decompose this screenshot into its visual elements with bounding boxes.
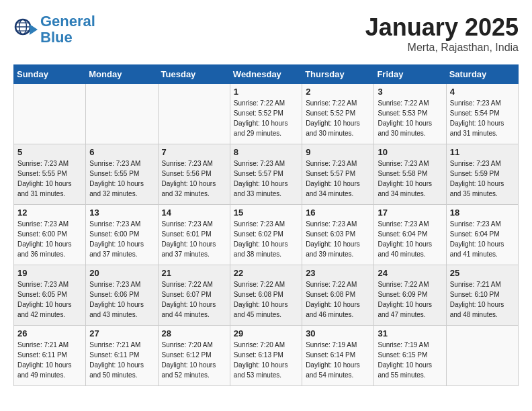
calendar-cell: 2Sunrise: 7:22 AM Sunset: 5:52 PM Daylig…: [302, 84, 374, 144]
day-number: 15: [234, 208, 298, 218]
calendar-cell: 14Sunrise: 7:23 AM Sunset: 6:01 PM Dayli…: [158, 205, 230, 265]
calendar-cell: 20Sunrise: 7:23 AM Sunset: 6:06 PM Dayli…: [86, 265, 158, 326]
calendar-week-row: 19Sunrise: 7:23 AM Sunset: 6:05 PM Dayli…: [14, 265, 519, 326]
day-info: Sunrise: 7:23 AM Sunset: 5:55 PM Dayligh…: [17, 158, 82, 199]
calendar-cell: 5Sunrise: 7:23 AM Sunset: 5:55 PM Daylig…: [14, 144, 86, 205]
day-info: Sunrise: 7:22 AM Sunset: 5:52 PM Dayligh…: [306, 98, 370, 138]
day-number: 7: [162, 147, 226, 157]
day-info: Sunrise: 7:19 AM Sunset: 6:15 PM Dayligh…: [378, 340, 442, 380]
calendar-body: 1Sunrise: 7:22 AM Sunset: 5:52 PM Daylig…: [14, 84, 519, 386]
calendar-cell: 31Sunrise: 7:19 AM Sunset: 6:15 PM Dayli…: [374, 326, 446, 386]
day-info: Sunrise: 7:23 AM Sunset: 5:54 PM Dayligh…: [450, 98, 515, 138]
calendar-cell: 17Sunrise: 7:23 AM Sunset: 6:04 PM Dayli…: [374, 205, 446, 265]
day-number: 24: [378, 268, 442, 278]
calendar-day-header: Saturday: [446, 65, 518, 84]
day-number: 22: [234, 268, 298, 278]
day-number: 30: [306, 328, 370, 338]
day-number: 10: [378, 147, 442, 157]
calendar-cell: 16Sunrise: 7:23 AM Sunset: 6:03 PM Dayli…: [302, 205, 374, 265]
day-info: Sunrise: 7:23 AM Sunset: 6:06 PM Dayligh…: [89, 279, 154, 320]
day-number: 28: [162, 328, 226, 338]
day-info: Sunrise: 7:23 AM Sunset: 6:00 PM Dayligh…: [89, 219, 154, 259]
day-info: Sunrise: 7:22 AM Sunset: 5:53 PM Dayligh…: [378, 98, 442, 138]
calendar-day-header: Tuesday: [158, 65, 230, 84]
calendar-cell: 4Sunrise: 7:23 AM Sunset: 5:54 PM Daylig…: [446, 84, 518, 144]
day-info: Sunrise: 7:20 AM Sunset: 6:12 PM Dayligh…: [162, 340, 226, 380]
calendar-cell: 15Sunrise: 7:23 AM Sunset: 6:02 PM Dayli…: [230, 205, 302, 265]
day-info: Sunrise: 7:23 AM Sunset: 6:02 PM Dayligh…: [234, 219, 298, 259]
day-info: Sunrise: 7:23 AM Sunset: 6:04 PM Dayligh…: [378, 219, 442, 259]
day-number: 26: [17, 328, 82, 338]
calendar-table: SundayMondayTuesdayWednesdayThursdayFrid…: [13, 64, 519, 386]
day-info: Sunrise: 7:23 AM Sunset: 6:01 PM Dayligh…: [162, 219, 226, 259]
day-info: Sunrise: 7:22 AM Sunset: 6:07 PM Dayligh…: [162, 279, 226, 320]
calendar-cell: 6Sunrise: 7:23 AM Sunset: 5:55 PM Daylig…: [86, 144, 158, 205]
calendar-cell: 30Sunrise: 7:19 AM Sunset: 6:14 PM Dayli…: [302, 326, 374, 386]
calendar-cell: [14, 84, 86, 144]
day-info: Sunrise: 7:23 AM Sunset: 6:00 PM Dayligh…: [17, 219, 82, 259]
logo-icon: [13, 17, 38, 42]
calendar-cell: 8Sunrise: 7:23 AM Sunset: 5:57 PM Daylig…: [230, 144, 302, 205]
day-info: Sunrise: 7:23 AM Sunset: 5:58 PM Dayligh…: [378, 158, 442, 199]
day-number: 5: [17, 147, 82, 157]
day-info: Sunrise: 7:23 AM Sunset: 5:57 PM Dayligh…: [234, 158, 298, 199]
calendar-cell: 18Sunrise: 7:23 AM Sunset: 6:04 PM Dayli…: [446, 205, 518, 265]
logo: General Blue: [13, 13, 95, 46]
calendar-cell: 3Sunrise: 7:22 AM Sunset: 5:53 PM Daylig…: [374, 84, 446, 144]
day-info: Sunrise: 7:22 AM Sunset: 6:08 PM Dayligh…: [234, 279, 298, 320]
day-number: 27: [89, 328, 154, 338]
calendar-cell: 19Sunrise: 7:23 AM Sunset: 6:05 PM Dayli…: [14, 265, 86, 326]
day-number: 21: [162, 268, 226, 278]
day-number: 14: [162, 208, 226, 218]
calendar-day-header: Monday: [86, 65, 158, 84]
page-header: General Blue January 2025 Merta, Rajasth…: [13, 13, 519, 54]
calendar-cell: 7Sunrise: 7:23 AM Sunset: 5:56 PM Daylig…: [158, 144, 230, 205]
calendar-cell: 12Sunrise: 7:23 AM Sunset: 6:00 PM Dayli…: [14, 205, 86, 265]
day-info: Sunrise: 7:22 AM Sunset: 6:09 PM Dayligh…: [378, 279, 442, 320]
day-info: Sunrise: 7:21 AM Sunset: 6:11 PM Dayligh…: [89, 340, 154, 380]
day-number: 11: [450, 147, 515, 157]
calendar-week-row: 26Sunrise: 7:21 AM Sunset: 6:11 PM Dayli…: [14, 326, 519, 386]
calendar-cell: [158, 84, 230, 144]
day-number: 20: [89, 268, 154, 278]
calendar-cell: 11Sunrise: 7:23 AM Sunset: 5:59 PM Dayli…: [446, 144, 518, 205]
day-number: 31: [378, 328, 442, 338]
calendar-day-header: Sunday: [14, 65, 86, 84]
month-title: January 2025: [365, 13, 519, 42]
day-number: 18: [450, 208, 515, 218]
day-number: 12: [17, 208, 82, 218]
calendar-day-header: Thursday: [302, 65, 374, 84]
day-info: Sunrise: 7:23 AM Sunset: 6:04 PM Dayligh…: [450, 219, 515, 259]
calendar-cell: 27Sunrise: 7:21 AM Sunset: 6:11 PM Dayli…: [86, 326, 158, 386]
title-block: January 2025 Merta, Rajasthan, India: [365, 13, 519, 54]
calendar-cell: 28Sunrise: 7:20 AM Sunset: 6:12 PM Dayli…: [158, 326, 230, 386]
day-info: Sunrise: 7:23 AM Sunset: 5:57 PM Dayligh…: [306, 158, 370, 199]
calendar-cell: 26Sunrise: 7:21 AM Sunset: 6:11 PM Dayli…: [14, 326, 86, 386]
day-number: 25: [450, 268, 515, 278]
day-number: 6: [89, 147, 154, 157]
calendar-cell: 29Sunrise: 7:20 AM Sunset: 6:13 PM Dayli…: [230, 326, 302, 386]
day-info: Sunrise: 7:23 AM Sunset: 5:59 PM Dayligh…: [450, 158, 515, 199]
day-number: 8: [234, 147, 298, 157]
location: Merta, Rajasthan, India: [365, 42, 519, 54]
day-info: Sunrise: 7:22 AM Sunset: 5:52 PM Dayligh…: [234, 98, 298, 138]
day-number: 3: [378, 87, 442, 97]
day-info: Sunrise: 7:23 AM Sunset: 5:55 PM Dayligh…: [89, 158, 154, 199]
day-number: 16: [306, 208, 370, 218]
calendar-header-row: SundayMondayTuesdayWednesdayThursdayFrid…: [14, 65, 519, 84]
calendar-week-row: 12Sunrise: 7:23 AM Sunset: 6:00 PM Dayli…: [14, 205, 519, 265]
calendar-cell: 10Sunrise: 7:23 AM Sunset: 5:58 PM Dayli…: [374, 144, 446, 205]
day-info: Sunrise: 7:21 AM Sunset: 6:11 PM Dayligh…: [17, 340, 82, 380]
calendar-cell: 21Sunrise: 7:22 AM Sunset: 6:07 PM Dayli…: [158, 265, 230, 326]
calendar-day-header: Wednesday: [230, 65, 302, 84]
calendar-cell: 25Sunrise: 7:21 AM Sunset: 6:10 PM Dayli…: [446, 265, 518, 326]
day-number: 19: [17, 268, 82, 278]
day-info: Sunrise: 7:23 AM Sunset: 5:56 PM Dayligh…: [162, 158, 226, 199]
logo-text: General Blue: [40, 13, 95, 46]
day-number: 1: [234, 87, 298, 97]
day-info: Sunrise: 7:23 AM Sunset: 6:03 PM Dayligh…: [306, 219, 370, 259]
calendar-cell: [446, 326, 518, 386]
day-number: 9: [306, 147, 370, 157]
day-number: 29: [234, 328, 298, 338]
day-info: Sunrise: 7:23 AM Sunset: 6:05 PM Dayligh…: [17, 279, 82, 320]
